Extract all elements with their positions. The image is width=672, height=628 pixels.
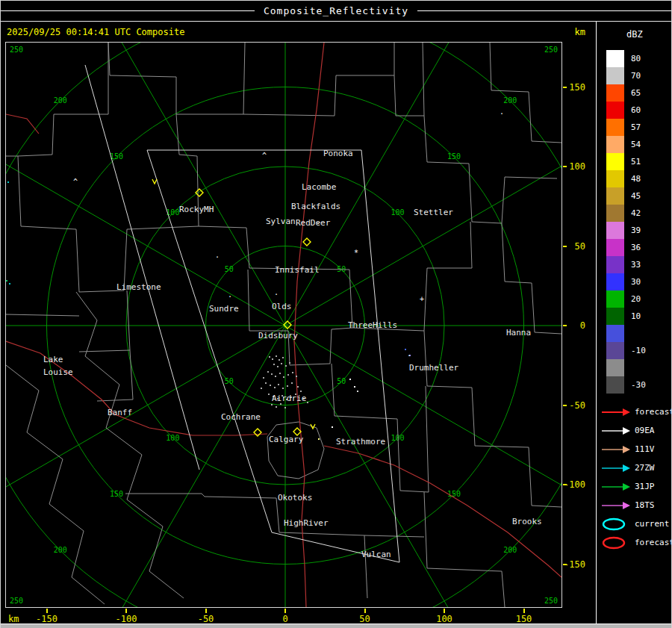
legend-row: 111V	[601, 440, 672, 458]
colorbar-value: 42	[631, 208, 656, 218]
bottom-axis-tick	[125, 609, 127, 613]
current-position-icon	[601, 517, 632, 532]
city-label: ThreeHills	[348, 320, 397, 330]
echo-pixel	[277, 366, 279, 367]
reflectivity-colorbar: 80706560575451484542393633302010-10-30	[606, 50, 656, 394]
echo-pixel	[292, 372, 293, 373]
colorbar-row: 20	[606, 290, 656, 308]
echo-pixel	[354, 386, 355, 388]
right-axis-tick	[563, 246, 567, 247]
colorbar-row: 33	[606, 256, 656, 273]
colorbar-swatch	[606, 325, 624, 342]
range-ring-label: 250	[544, 46, 558, 54]
echo-pixel	[261, 388, 262, 389]
echo-pixel	[349, 379, 351, 380]
legend-arrow-icon	[601, 464, 632, 473]
colorbar-row: 65	[606, 84, 656, 102]
echo-pixel	[285, 365, 287, 367]
colorbar-swatch	[606, 342, 624, 359]
colorbar-value: 57	[631, 122, 656, 132]
colorbar-row: -30	[606, 376, 656, 394]
right-axis-tick	[563, 87, 567, 88]
colorbar-swatch	[606, 256, 624, 273]
range-ring-label: 50	[337, 265, 346, 273]
point-marker: .	[500, 108, 504, 116]
echo-pixel	[6, 280, 7, 282]
range-ring-label: 250	[10, 597, 23, 605]
city-label: Sylvan	[266, 217, 296, 226]
legend-row: forecast	[601, 402, 672, 421]
colorbar-row: 10	[606, 308, 656, 325]
legend-row: 18TS	[601, 496, 672, 514]
city-label: Stettler	[414, 208, 453, 217]
echo-pixel	[271, 404, 273, 405]
colorbar-value: 39	[631, 226, 656, 235]
storm-track-legend: forecast09EA111V27ZW31JP18TScurrentforec…	[601, 402, 672, 552]
echo-pixel	[291, 382, 293, 384]
city-label: Olds	[272, 302, 292, 311]
echo-pixel	[332, 426, 333, 428]
city-label: Okotoks	[278, 493, 312, 503]
colorbar-value: 80	[631, 54, 656, 63]
colorbar-value: 10	[631, 311, 656, 321]
map-frame: 5050505010010010010015015015015020020020…	[5, 42, 562, 608]
bottom-axis-label: 150	[516, 614, 532, 624]
legend-label: 09EA	[635, 426, 655, 435]
bottom-axis-tick	[523, 609, 525, 613]
range-ring-label: 100	[166, 208, 179, 217]
city-label: Vulcan	[361, 550, 391, 559]
colorbar-swatch	[606, 153, 624, 170]
colorbar-row: 39	[606, 222, 656, 239]
point-marker: ^	[73, 178, 78, 186]
point-marker: +	[420, 295, 424, 303]
point-marker: ^	[262, 152, 267, 160]
colorbar-row: 45	[606, 187, 656, 205]
echo-pixel	[265, 382, 267, 384]
colorbar-swatch	[606, 273, 624, 290]
city-label: Strathmore	[336, 437, 385, 447]
colorbar-value: 51	[631, 157, 656, 167]
range-ring-label: 150	[447, 152, 461, 161]
colorbar-swatch	[606, 376, 624, 394]
city-label: Calgary	[269, 435, 304, 444]
colorbar-swatch	[606, 205, 624, 222]
city-label: Ponoka	[323, 149, 353, 158]
legend-label: forecast	[635, 538, 672, 547]
echo-pixel	[287, 385, 288, 387]
legend-arrow-icon	[601, 408, 632, 417]
colorbar-row: 60	[606, 102, 656, 119]
colorbar-value: 45	[631, 191, 656, 201]
city-label: Brooks	[512, 517, 542, 526]
range-ring-label: 250	[544, 597, 558, 605]
bottom-axis-label: 0	[282, 614, 287, 624]
colorbar-swatch	[606, 359, 624, 376]
colorbar-value: 36	[631, 243, 656, 252]
legend-row: 31JP	[601, 477, 672, 496]
echo-pixel	[278, 384, 279, 385]
echo-pixel	[287, 374, 289, 376]
radar-map-display[interactable]: 5050505010010010010015015015015020020020…	[6, 43, 561, 607]
point-marker: .	[228, 290, 232, 299]
bottom-axis-tick	[205, 609, 207, 613]
echo-pixel	[289, 362, 290, 364]
bottom-axis-label: -150	[36, 614, 57, 624]
echo-pixel	[307, 402, 308, 403]
legend-label: 111V	[635, 444, 655, 454]
city-label: Lacombe	[302, 182, 336, 192]
legend-arrow-icon	[601, 445, 632, 454]
colorbar-swatch	[606, 308, 624, 325]
legend-label: 18TS	[635, 500, 655, 510]
bottom-axis-tick	[364, 609, 366, 613]
echo-pixel	[267, 371, 269, 373]
colorbar-row: -10	[606, 342, 656, 359]
colorbar-value: 48	[631, 174, 656, 184]
colorbar-row	[606, 359, 656, 376]
echo-pixel	[405, 349, 406, 350]
dbz-scale-title: dBZ	[626, 29, 643, 40]
legend-label: 27ZW	[635, 463, 655, 473]
colorbar-value: 60	[631, 105, 656, 115]
echo-pixel	[300, 391, 302, 392]
bottom-axis-tick	[46, 609, 48, 613]
colorbar-value: 70	[631, 71, 656, 81]
echo-pixel	[280, 403, 281, 405]
